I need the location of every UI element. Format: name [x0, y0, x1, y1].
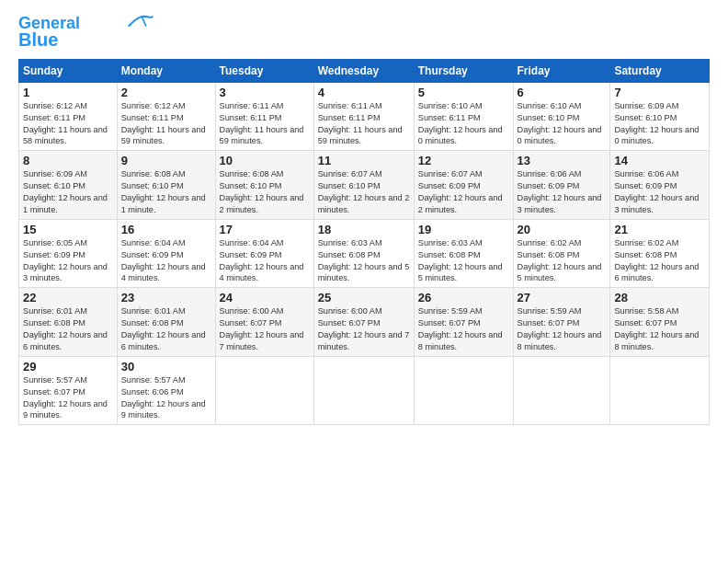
day-detail: Sunrise: 5:59 AMSunset: 6:07 PMDaylight:… — [518, 306, 602, 351]
day-cell: 29 Sunrise: 5:57 AMSunset: 6:07 PMDaylig… — [19, 356, 118, 425]
day-detail: Sunrise: 6:01 AMSunset: 6:08 PMDaylight:… — [23, 306, 108, 351]
day-cell — [215, 356, 313, 425]
day-cell: 5 Sunrise: 6:10 AMSunset: 6:11 PMDayligh… — [414, 82, 513, 151]
col-header-thursday: Thursday — [414, 59, 513, 82]
day-number: 26 — [418, 291, 509, 304]
day-detail: Sunrise: 6:05 AMSunset: 6:09 PMDaylight:… — [23, 238, 108, 283]
day-cell: 3 Sunrise: 6:11 AMSunset: 6:11 PMDayligh… — [215, 82, 313, 151]
day-cell: 23 Sunrise: 6:01 AMSunset: 6:08 PMDaylig… — [117, 288, 215, 357]
col-header-wednesday: Wednesday — [313, 59, 414, 82]
day-detail: Sunrise: 6:01 AMSunset: 6:08 PMDaylight:… — [121, 306, 206, 351]
day-cell — [610, 356, 710, 425]
day-cell: 15 Sunrise: 6:05 AMSunset: 6:09 PMDaylig… — [19, 219, 118, 288]
day-detail: Sunrise: 6:07 AMSunset: 6:10 PMDaylight:… — [318, 169, 410, 214]
day-detail: Sunrise: 5:57 AMSunset: 6:06 PMDaylight:… — [121, 375, 206, 420]
logo: General Blue — [18, 15, 154, 50]
day-detail: Sunrise: 6:11 AMSunset: 6:11 PMDaylight:… — [220, 101, 304, 146]
day-cell: 26 Sunrise: 5:59 AMSunset: 6:07 PMDaylig… — [414, 288, 513, 357]
day-cell: 21 Sunrise: 6:02 AMSunset: 6:08 PMDaylig… — [610, 219, 710, 288]
day-cell: 12 Sunrise: 6:07 AMSunset: 6:09 PMDaylig… — [414, 151, 513, 220]
col-header-monday: Monday — [117, 59, 215, 82]
day-number: 15 — [23, 223, 113, 236]
day-detail: Sunrise: 6:02 AMSunset: 6:08 PMDaylight:… — [518, 238, 602, 283]
col-header-friday: Friday — [513, 59, 610, 82]
day-detail: Sunrise: 6:03 AMSunset: 6:08 PMDaylight:… — [318, 238, 410, 283]
day-detail: Sunrise: 6:09 AMSunset: 6:10 PMDaylight:… — [614, 101, 699, 146]
day-number: 27 — [518, 291, 607, 304]
day-cell: 13 Sunrise: 6:06 AMSunset: 6:09 PMDaylig… — [513, 151, 610, 220]
day-number: 20 — [518, 223, 607, 236]
day-cell: 28 Sunrise: 5:58 AMSunset: 6:07 PMDaylig… — [610, 288, 710, 357]
day-detail: Sunrise: 5:58 AMSunset: 6:07 PMDaylight:… — [614, 306, 699, 351]
week-row-3: 15 Sunrise: 6:05 AMSunset: 6:09 PMDaylig… — [19, 219, 710, 288]
day-cell — [414, 356, 513, 425]
day-cell: 16 Sunrise: 6:04 AMSunset: 6:09 PMDaylig… — [117, 219, 215, 288]
day-detail: Sunrise: 6:11 AMSunset: 6:11 PMDaylight:… — [318, 101, 403, 146]
day-number: 13 — [518, 154, 607, 167]
day-detail: Sunrise: 6:00 AMSunset: 6:07 PMDaylight:… — [318, 306, 410, 351]
day-detail: Sunrise: 6:09 AMSunset: 6:10 PMDaylight:… — [23, 169, 108, 214]
day-number: 24 — [220, 291, 310, 304]
logo-bird-icon — [128, 13, 154, 29]
day-cell: 17 Sunrise: 6:04 AMSunset: 6:09 PMDaylig… — [215, 219, 313, 288]
calendar-body: 1 Sunrise: 6:12 AMSunset: 6:11 PMDayligh… — [19, 82, 710, 425]
day-cell: 7 Sunrise: 6:09 AMSunset: 6:10 PMDayligh… — [610, 82, 710, 151]
day-number: 5 — [418, 86, 509, 99]
day-number: 6 — [518, 86, 607, 99]
day-cell: 22 Sunrise: 6:01 AMSunset: 6:08 PMDaylig… — [19, 288, 118, 357]
day-cell: 18 Sunrise: 6:03 AMSunset: 6:08 PMDaylig… — [313, 219, 414, 288]
day-number: 21 — [614, 223, 705, 236]
day-cell: 4 Sunrise: 6:11 AMSunset: 6:11 PMDayligh… — [313, 82, 414, 151]
day-number: 25 — [318, 291, 410, 304]
week-row-1: 1 Sunrise: 6:12 AMSunset: 6:11 PMDayligh… — [19, 82, 710, 151]
day-number: 10 — [220, 154, 310, 167]
day-detail: Sunrise: 5:59 AMSunset: 6:07 PMDaylight:… — [418, 306, 503, 351]
header-row: SundayMondayTuesdayWednesdayThursdayFrid… — [19, 59, 710, 82]
day-number: 23 — [121, 291, 211, 304]
calendar-header: SundayMondayTuesdayWednesdayThursdayFrid… — [19, 59, 710, 82]
day-number: 2 — [121, 86, 211, 99]
day-detail: Sunrise: 6:10 AMSunset: 6:10 PMDaylight:… — [518, 101, 602, 146]
day-detail: Sunrise: 6:00 AMSunset: 6:07 PMDaylight:… — [220, 306, 304, 351]
col-header-tuesday: Tuesday — [215, 59, 313, 82]
week-row-2: 8 Sunrise: 6:09 AMSunset: 6:10 PMDayligh… — [19, 151, 710, 220]
calendar-table: SundayMondayTuesdayWednesdayThursdayFrid… — [18, 59, 710, 426]
page: General Blue SundayMondayTuesdayWednesda… — [0, 0, 728, 563]
day-number: 3 — [220, 86, 310, 99]
day-number: 19 — [418, 223, 509, 236]
day-number: 16 — [121, 223, 211, 236]
logo-text2: Blue — [18, 29, 58, 50]
day-number: 22 — [23, 291, 113, 304]
day-detail: Sunrise: 6:10 AMSunset: 6:11 PMDaylight:… — [418, 101, 503, 146]
col-header-saturday: Saturday — [610, 59, 710, 82]
day-cell: 14 Sunrise: 6:06 AMSunset: 6:09 PMDaylig… — [610, 151, 710, 220]
day-number: 1 — [23, 86, 113, 99]
day-cell: 9 Sunrise: 6:08 AMSunset: 6:10 PMDayligh… — [117, 151, 215, 220]
day-detail: Sunrise: 5:57 AMSunset: 6:07 PMDaylight:… — [23, 375, 108, 420]
day-detail: Sunrise: 6:04 AMSunset: 6:09 PMDaylight:… — [220, 238, 304, 283]
day-number: 18 — [318, 223, 410, 236]
day-number: 4 — [318, 86, 410, 99]
day-cell: 2 Sunrise: 6:12 AMSunset: 6:11 PMDayligh… — [117, 82, 215, 151]
week-row-4: 22 Sunrise: 6:01 AMSunset: 6:08 PMDaylig… — [19, 288, 710, 357]
day-number: 29 — [23, 360, 113, 373]
day-detail: Sunrise: 6:08 AMSunset: 6:10 PMDaylight:… — [220, 169, 304, 214]
day-number: 28 — [614, 291, 705, 304]
day-number: 14 — [614, 154, 705, 167]
day-detail: Sunrise: 6:06 AMSunset: 6:09 PMDaylight:… — [614, 169, 699, 214]
day-number: 12 — [418, 154, 509, 167]
day-detail: Sunrise: 6:12 AMSunset: 6:11 PMDaylight:… — [23, 101, 108, 146]
day-cell — [313, 356, 414, 425]
day-cell: 27 Sunrise: 5:59 AMSunset: 6:07 PMDaylig… — [513, 288, 610, 357]
day-number: 7 — [614, 86, 705, 99]
day-cell: 25 Sunrise: 6:00 AMSunset: 6:07 PMDaylig… — [313, 288, 414, 357]
day-number: 30 — [121, 360, 211, 373]
day-detail: Sunrise: 6:06 AMSunset: 6:09 PMDaylight:… — [518, 169, 602, 214]
day-number: 17 — [220, 223, 310, 236]
day-cell: 10 Sunrise: 6:08 AMSunset: 6:10 PMDaylig… — [215, 151, 313, 220]
day-detail: Sunrise: 6:12 AMSunset: 6:11 PMDaylight:… — [121, 101, 206, 146]
day-cell: 11 Sunrise: 6:07 AMSunset: 6:10 PMDaylig… — [313, 151, 414, 220]
day-detail: Sunrise: 6:03 AMSunset: 6:08 PMDaylight:… — [418, 238, 503, 283]
day-cell: 8 Sunrise: 6:09 AMSunset: 6:10 PMDayligh… — [19, 151, 118, 220]
day-cell: 20 Sunrise: 6:02 AMSunset: 6:08 PMDaylig… — [513, 219, 610, 288]
